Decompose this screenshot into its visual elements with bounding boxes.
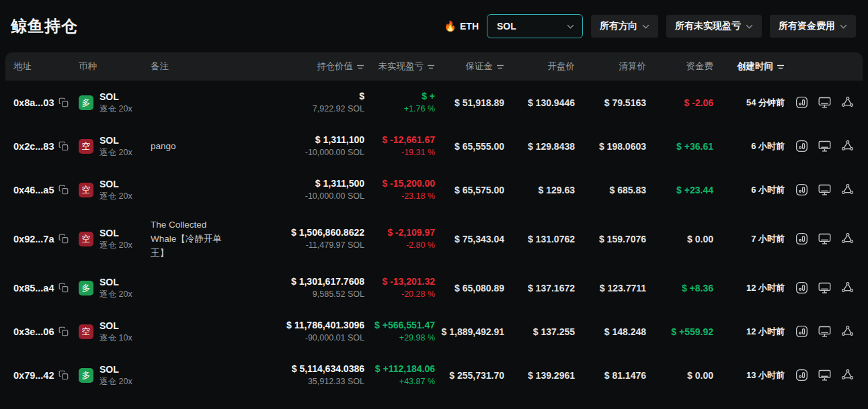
monitor-icon[interactable] — [818, 95, 832, 109]
funding-fee-cell: $ +559.92 — [646, 326, 713, 337]
unrealized-pnl-cell: $ -13,201.32 -20.28 % — [364, 275, 435, 301]
address-link[interactable]: 0x92...7a — [13, 234, 54, 244]
coin-name: SOL — [100, 276, 132, 288]
position-value-usd: $ 1,301,617.7608 — [237, 275, 364, 288]
copy-icon[interactable] — [58, 326, 69, 336]
share-network-icon[interactable] — [840, 324, 855, 338]
coin-filter-select[interactable]: SOL — [487, 14, 583, 38]
table-row[interactable]: 0x79...42 多 SOL 逐仓 20x $ 5,114,634.0386 … — [5, 353, 863, 397]
address-cell: 0x85...a4 — [13, 283, 79, 293]
share-network-icon[interactable] — [840, 139, 855, 153]
margin-mode-leverage: 逐仓 20x — [100, 190, 132, 202]
monitor-icon[interactable] — [818, 281, 832, 295]
address-link[interactable]: 0x3e...06 — [13, 326, 54, 337]
monitor-icon[interactable] — [818, 368, 832, 382]
note-cell: The Collected Whale【冷静开单王】 — [151, 218, 237, 260]
side-badge: 空 — [79, 232, 93, 246]
pnl-usd: $ +566,551.47 — [364, 319, 435, 332]
column-header-address: 地址 — [13, 60, 79, 73]
row-actions — [785, 95, 855, 109]
position-value-amount: -10,000.00 SOL — [237, 146, 364, 159]
created-time-cell: 12 小时前 — [713, 282, 785, 294]
margin-cell: $ 65,555.00 — [435, 141, 504, 152]
unrealized-pnl-cell: $ + +1.76 % — [364, 90, 435, 116]
share-network-icon[interactable] — [840, 368, 855, 382]
table-row[interactable]: 0x2c...83 空 SOL 逐仓 20x pango $ 1,311,100… — [5, 124, 863, 168]
funding-filter-dropdown[interactable]: 所有资金费用 — [770, 15, 856, 38]
pnl-percent: +29.98 % — [364, 332, 435, 345]
liquidation-price-cell: $ 198.0603 — [575, 141, 646, 152]
unrealized-pnl-cell: $ +566,551.47 +29.98 % — [364, 319, 435, 345]
position-value-cell: $ 11,786,401.3096 -90,000.01 SOL — [237, 319, 364, 345]
share-network-icon[interactable] — [840, 281, 855, 295]
table-row[interactable]: 0x46...a5 空 SOL 逐仓 20x $ 1,311,500 -10,0… — [5, 168, 863, 212]
coin-name: SOL — [100, 91, 132, 103]
table-row[interactable]: 0x92...7a 空 SOL 逐仓 20x The Collected Wha… — [5, 212, 863, 266]
margin-cell: $ 65,080.89 — [435, 283, 504, 293]
address-link[interactable]: 0x85...a4 — [13, 283, 54, 293]
open-price-cell: $ 137.255 — [504, 326, 575, 337]
pnl-usd: $ -13,201.32 — [364, 275, 435, 288]
monitor-icon[interactable] — [818, 139, 832, 153]
fire-icon: 🔥 — [444, 20, 457, 32]
column-header-unrealized-pnl[interactable]: 未实现盈亏 — [364, 60, 435, 73]
column-header-margin[interactable]: 保证金 — [435, 60, 504, 73]
address-link[interactable]: 0x8a...03 — [13, 97, 54, 108]
table-row[interactable]: 0x3e...06 空 SOL 逐仓 10x $ 11,786,401.3096… — [5, 310, 863, 353]
address-link[interactable]: 0x2c...83 — [13, 141, 54, 152]
share-network-icon[interactable] — [840, 183, 855, 197]
side-badge: 空 — [79, 324, 93, 339]
pnl-filter-dropdown[interactable]: 所有未实现盈亏 — [666, 15, 762, 38]
side-badge: 多 — [79, 281, 93, 296]
side-badge: 多 — [79, 95, 93, 110]
chevron-down-icon — [567, 24, 574, 29]
position-value-usd: $ 11,786,401.3096 — [237, 319, 364, 332]
copy-icon[interactable] — [58, 97, 69, 107]
hot-coin-link[interactable]: 🔥 ETH — [444, 20, 479, 32]
analytics-chart-icon[interactable] — [795, 281, 809, 295]
coin-name: SOL — [100, 178, 132, 190]
position-value-amount: 7,922.92 SOL — [237, 103, 364, 116]
copy-icon[interactable] — [58, 370, 69, 380]
table-row[interactable]: 0x8a...03 多 SOL 逐仓 20x $ 7,922.92 SOL $ … — [5, 81, 863, 124]
column-header-created-time[interactable]: 创建时间 — [713, 60, 785, 73]
analytics-chart-icon[interactable] — [795, 183, 809, 197]
direction-filter-dropdown[interactable]: 所有方向 — [591, 15, 658, 38]
open-price-cell: $ 137.1672 — [504, 283, 575, 293]
analytics-chart-icon[interactable] — [795, 368, 809, 382]
share-network-icon[interactable] — [840, 232, 855, 246]
topbar: 鲸鱼持仓 🔥 ETH SOL 所有方向 所有未实现盈亏 所有资金费用 — [0, 0, 868, 52]
monitor-icon[interactable] — [818, 324, 832, 338]
address-link[interactable]: 0x79...42 — [13, 370, 54, 381]
table-row[interactable]: 0x85...a4 多 SOL 逐仓 20x $ 1,301,617.7608 … — [5, 266, 863, 310]
address-link[interactable]: 0x46...a5 — [13, 185, 54, 195]
address-cell: 0x2c...83 — [13, 141, 79, 152]
analytics-chart-icon[interactable] — [795, 232, 809, 246]
funding-fee-cell: $ +36.61 — [646, 141, 713, 152]
liquidation-price-cell: $ 81.1476 — [575, 370, 646, 381]
positions-table: 地址 币种 备注 持仓价值 未实现盈亏 保证金 开盘价 清算价 资金费 创建时间 — [5, 52, 863, 397]
table-header-row: 地址 币种 备注 持仓价值 未实现盈亏 保证金 开盘价 清算价 资金费 创建时间 — [5, 52, 863, 81]
margin-cell: $ 65,575.00 — [435, 185, 504, 195]
funding-fee-cell: $ +23.44 — [646, 185, 713, 195]
copy-icon[interactable] — [58, 234, 69, 244]
monitor-icon[interactable] — [818, 232, 832, 246]
coin-cell: 空 SOL 逐仓 10x — [79, 320, 151, 344]
analytics-chart-icon[interactable] — [795, 139, 809, 153]
margin-cell: $ 1,889,492.91 — [435, 326, 504, 337]
copy-icon[interactable] — [58, 141, 69, 151]
position-value-amount: -90,000.01 SOL — [237, 332, 364, 345]
pnl-usd: $ -2,109.97 — [364, 226, 435, 239]
share-network-icon[interactable] — [840, 95, 855, 109]
column-header-position-value[interactable]: 持仓价值 — [237, 60, 364, 73]
coin-name: SOL — [100, 320, 132, 332]
open-price-cell: $ 139.2961 — [504, 370, 575, 381]
column-header-note: 备注 — [151, 60, 237, 73]
analytics-chart-icon[interactable] — [795, 95, 809, 109]
copy-icon[interactable] — [58, 283, 69, 293]
copy-icon[interactable] — [58, 185, 69, 195]
pnl-usd: $ + — [364, 90, 435, 103]
analytics-chart-icon[interactable] — [795, 324, 809, 338]
monitor-icon[interactable] — [818, 183, 832, 197]
column-header-open-price: 开盘价 — [504, 60, 575, 73]
